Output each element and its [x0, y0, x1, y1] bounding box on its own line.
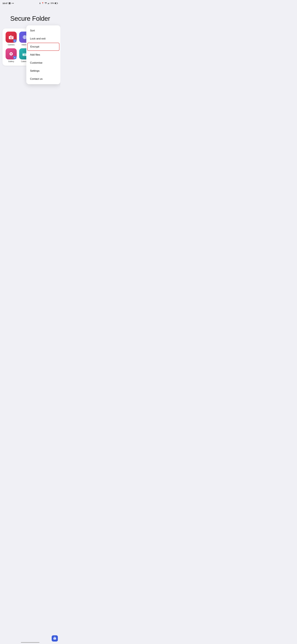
status-bar: 18:47 🖼 ✦✦ ⬇ 📍 39% — [0, 0, 60, 6]
main-content: Camera — [0, 28, 60, 66]
gallery-icon-wrapper — [5, 48, 17, 60]
sparkles-icon: ✦✦ — [11, 2, 14, 4]
svg-point-27 — [11, 53, 12, 54]
page-title: Secure Folder — [3, 15, 57, 22]
svg-rect-31 — [14, 58, 15, 58]
dropdown-menu: Sort Lock and exit Encrypt Add files Cus… — [26, 26, 60, 84]
time-display: 18:47 — [2, 2, 7, 4]
menu-item-contact-us[interactable]: Contact us — [26, 75, 60, 83]
gallery-label: Gallery — [8, 60, 14, 62]
page-title-area: Secure Folder — [0, 6, 60, 28]
signal-icon — [48, 2, 50, 4]
svg-rect-5 — [57, 3, 58, 4]
svg-rect-10 — [10, 36, 11, 36]
battery-icon — [55, 2, 58, 4]
gallery-lock-badge — [13, 56, 16, 59]
svg-point-25 — [12, 54, 13, 54]
menu-item-encrypt[interactable]: Encrypt — [27, 43, 59, 51]
location-icon: 📍 — [41, 2, 44, 4]
svg-rect-12 — [14, 41, 15, 42]
menu-item-add-files[interactable]: Add files — [26, 51, 60, 59]
svg-rect-37 — [25, 52, 26, 53]
status-left: 18:47 🖼 ✦✦ — [2, 2, 14, 4]
wifi-icon — [44, 2, 47, 4]
svg-point-9 — [10, 37, 12, 38]
app-item-camera[interactable]: Camera — [5, 32, 17, 46]
battery-percent: 39% — [50, 2, 54, 4]
menu-item-settings[interactable]: Settings — [26, 67, 60, 75]
photo-icon: 🖼 — [8, 2, 10, 4]
svg-point-11 — [12, 36, 13, 37]
svg-rect-2 — [48, 3, 49, 4]
app-item-gallery[interactable]: Gallery — [5, 48, 17, 62]
menu-item-sort[interactable]: Sort — [26, 27, 60, 35]
svg-point-23 — [11, 54, 12, 56]
svg-point-28 — [10, 54, 11, 55]
svg-point-26 — [10, 53, 11, 54]
svg-point-30 — [10, 53, 12, 54]
status-right: ⬇ 📍 39% — [39, 2, 58, 4]
svg-rect-0 — [48, 4, 48, 4]
menu-item-customise[interactable]: Customise — [26, 59, 60, 67]
camera-icon-wrapper — [5, 32, 17, 43]
svg-text:27: 27 — [24, 54, 26, 56]
svg-point-24 — [9, 54, 10, 54]
menu-item-lock-exit[interactable]: Lock and exit — [26, 35, 60, 43]
svg-rect-36 — [24, 52, 24, 53]
svg-point-22 — [11, 52, 12, 53]
download-icon: ⬇ — [39, 2, 41, 4]
svg-rect-6 — [55, 3, 56, 4]
svg-rect-3 — [49, 3, 49, 4]
svg-rect-1 — [48, 3, 48, 4]
camera-label: Camera — [8, 44, 14, 46]
camera-lock-badge — [13, 39, 16, 42]
svg-point-29 — [11, 54, 12, 55]
